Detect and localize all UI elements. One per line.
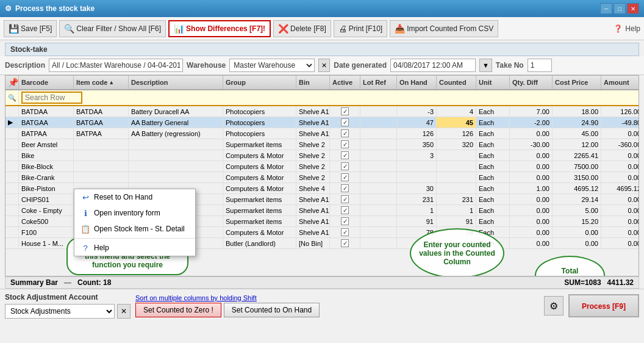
col-unit[interactable]: Unit [476, 76, 510, 89]
col-counted[interactable]: Counted [437, 76, 476, 89]
stock-detail-icon: 📋 [80, 224, 90, 234]
date-label: Date generated [334, 61, 387, 70]
col-group[interactable]: Group [223, 76, 296, 89]
section-header: Stock-take [5, 43, 639, 56]
shift-hint: Sort on multiple columns by holding Shif… [135, 294, 320, 301]
col-itemcode[interactable]: Item code ▲ [74, 76, 129, 89]
account-select-row: Stock Adjustments ✕ [5, 304, 131, 319]
save-button[interactable]: 💾 Save [F5] [4, 20, 57, 37]
warehouse-select[interactable]: Master Warehouse [229, 59, 315, 72]
col-pin: 📌 [5, 76, 19, 89]
ctx-inventory[interactable]: ℹ Open inventory form [74, 205, 195, 221]
date-dropdown-button[interactable]: ▼ [479, 59, 492, 72]
ctx-help-icon: ? [80, 243, 90, 253]
table-row[interactable]: BATDAA BATDAA Battery Duracell AA Photoc… [5, 106, 639, 117]
col-onhand[interactable]: On Hand [397, 76, 437, 89]
summary-total: 4411.32 [607, 278, 634, 287]
ctx-help[interactable]: ? Help [74, 240, 195, 256]
summary-count: Count: 18 [77, 278, 111, 287]
footer-action-buttons: Set Counted to Zero ! Set Counted to On … [135, 303, 320, 317]
account-label: Stock Adjustment Account [5, 293, 131, 301]
table-row[interactable]: Bike-Crank Computers & Motor Shelve 2 Ea… [5, 172, 639, 183]
col-barcode[interactable]: Barcode [19, 76, 74, 89]
help-button[interactable]: ❓ Help [614, 24, 640, 33]
maximize-button[interactable]: □ [614, 3, 626, 14]
date-input[interactable] [390, 59, 476, 72]
description-input[interactable] [49, 59, 183, 72]
settings-button[interactable]: ⚙ [544, 296, 564, 316]
grid-container: 📌 Barcode Item code ▲ Description Group … [5, 75, 639, 276]
table-row[interactable]: Bike Computers & Motor Shelve 2 3 Each 0… [5, 150, 639, 161]
ctx-reset-label: Reset to On Hand [94, 193, 152, 201]
grid-header: 📌 Barcode Item code ▲ Description Group … [5, 76, 639, 90]
description-label: Description [5, 61, 45, 70]
col-costprice[interactable]: Cost Price [553, 76, 601, 89]
account-select[interactable]: Stock Adjustments [5, 304, 115, 319]
search-row: 🔍 [5, 90, 639, 106]
col-description[interactable]: Description [129, 76, 223, 89]
table-row[interactable]: BATPAA BATPAA AA Battery (regression) Ph… [5, 128, 639, 139]
col-active[interactable]: Active [330, 76, 360, 89]
warehouse-clear-button[interactable]: ✕ [318, 59, 330, 72]
show-diff-button[interactable]: 📊 Show Differences [F7]! [168, 20, 271, 37]
show-diff-icon: 📊 [174, 24, 184, 34]
set-counted-on-hand-button[interactable]: Set Counted to On Hand [224, 303, 320, 317]
ctx-stock-detail-label: Open Stock Item - St. Detail [94, 225, 185, 233]
help-icon: ❓ [614, 24, 623, 33]
import-button[interactable]: 📥 Import Counted From CSV [390, 20, 498, 37]
table-row[interactable]: ▶ BATGAA BATGAA AA Battery General Photo… [5, 117, 639, 128]
take-no-input[interactable] [528, 59, 552, 72]
col-bin[interactable]: Bin [296, 76, 330, 89]
print-button[interactable]: 🖨 Print [F10] [334, 20, 387, 37]
summary-label: Summary Bar [10, 278, 58, 287]
summary-bar: Summary Bar — Count: 18 SUM=1083 4411.32 [5, 276, 639, 289]
context-menu: ↩ Reset to On Hand ℹ Open inventory form… [74, 189, 196, 256]
col-amount[interactable]: Amount [601, 76, 639, 89]
search-row-input[interactable] [21, 92, 82, 104]
inventory-icon: ℹ [80, 208, 90, 218]
reset-icon: ↩ [80, 192, 90, 202]
take-no-label: Take No [496, 61, 524, 70]
set-counted-zero-button[interactable]: Set Counted to Zero ! [135, 303, 221, 317]
footer-account-section: Stock Adjustment Account Stock Adjustmen… [5, 293, 131, 319]
summary-sum: SUM=1083 [564, 278, 601, 287]
footer-process-section: ⚙ Process [F9] [544, 294, 639, 317]
window-title: Process the stock take [15, 4, 95, 13]
minimize-button[interactable]: ─ [600, 3, 612, 14]
table-row[interactable]: Beer Amstel Supermarket items Shelve 2 3… [5, 139, 639, 150]
footer-buttons-section: Sort on multiple columns by holding Shif… [135, 294, 320, 317]
ctx-reset[interactable]: ↩ Reset to On Hand [74, 189, 195, 205]
search-row-pin: 🔍 [5, 90, 19, 105]
filter-bar: Description Warehouse Master Warehouse ✕… [0, 56, 644, 75]
ctx-stock-detail[interactable]: 📋 Open Stock Item - St. Detail [74, 221, 195, 237]
ctx-help-label: Help [94, 244, 109, 252]
table-row[interactable]: Bike-Block Computers & Motor Shelve 2 Ea… [5, 161, 639, 172]
clear-filter-icon: 🔍 [64, 24, 74, 34]
ctx-inventory-label: Open inventory form [94, 209, 160, 217]
toolbar: 💾 Save [F5] 🔍 Clear Filter / Show All [F… [0, 17, 644, 40]
import-icon: 📥 [395, 24, 405, 34]
delete-button[interactable]: ❌ Delete [F8] [273, 20, 331, 37]
col-lotref[interactable]: Lot Ref [360, 76, 397, 89]
clear-filter-button[interactable]: 🔍 Clear Filter / Show All [F6] [59, 20, 166, 37]
save-icon: 💾 [9, 24, 19, 34]
delete-icon: ❌ [278, 24, 288, 34]
close-button[interactable]: ✕ [627, 3, 639, 14]
footer: Stock Adjustment Account Stock Adjustmen… [0, 289, 644, 322]
account-clear-button[interactable]: ✕ [117, 304, 131, 319]
process-button[interactable]: Process [F9] [568, 294, 639, 317]
window-controls[interactable]: ─ □ ✕ [600, 3, 639, 14]
print-icon: 🖨 [338, 24, 347, 34]
title-bar: ⚙ Process the stock take ─ □ ✕ [0, 0, 644, 17]
app-icon: ⚙ [5, 4, 12, 13]
search-row-input-cell[interactable] [19, 90, 639, 105]
warehouse-label: Warehouse [187, 61, 226, 70]
col-qtydiff[interactable]: Qty. Diff [510, 76, 553, 89]
